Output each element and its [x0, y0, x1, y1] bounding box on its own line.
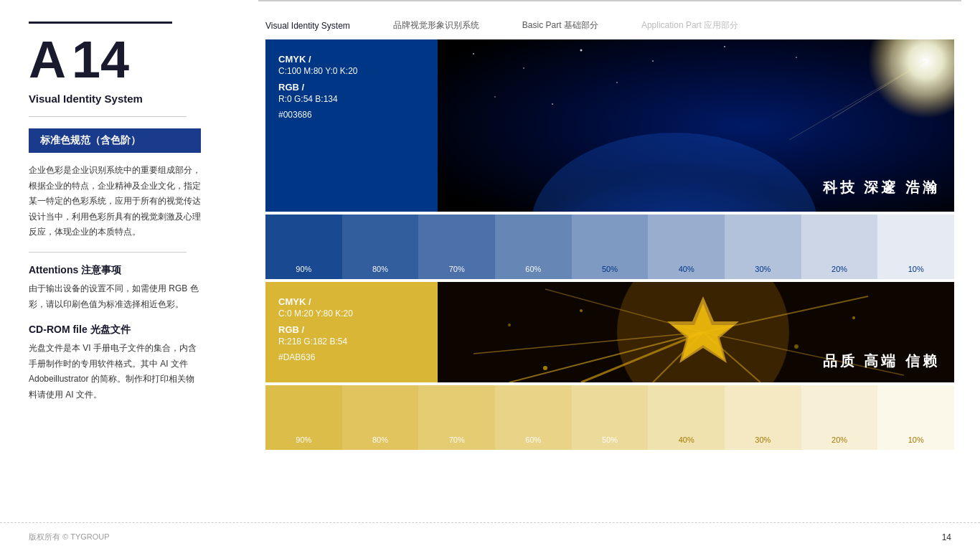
- blue-gradient-cell: 30%: [725, 215, 801, 279]
- gold-gradient-cell: 30%: [725, 385, 801, 450]
- gold-gradient-cell: 60%: [495, 385, 572, 450]
- svg-point-5: [724, 46, 725, 47]
- footer: 版权所有 © TYGROUP 14: [0, 522, 980, 551]
- svg-point-1: [473, 53, 474, 55]
- cdrom-text: 光盘文件是本 VI 手册电子文件的集合，内含手册制作时的专用软件格式。其中 AI…: [29, 341, 201, 402]
- gold-color-section: CMYK / C:0 M:20 Y:80 K:20 RGB / R:218 G:…: [265, 282, 954, 382]
- blue-cmyk-label: CMYK /: [278, 54, 425, 65]
- blue-gradient-cell: 80%: [342, 215, 419, 279]
- footer-page-number: 14: [942, 532, 951, 542]
- main-description: 企业色彩是企业识别系统中的重要组成部分，根据企业的特点，企业精神及企业文化，指定…: [29, 163, 201, 240]
- svg-point-6: [796, 57, 797, 58]
- svg-point-29: [794, 344, 798, 349]
- gold-cmyk-label: CMYK /: [278, 296, 425, 307]
- page-number: 14: [72, 34, 129, 85]
- blue-gradient-cell: 40%: [648, 215, 725, 279]
- svg-point-8: [552, 103, 553, 105]
- svg-point-27: [543, 366, 547, 370]
- nav-item-basic: Basic Part 基础部分: [522, 8, 598, 32]
- blue-rgb-value: R:0 G:54 B:134: [278, 94, 425, 104]
- nav-item-brand: 品牌视觉形象识别系统: [393, 8, 479, 32]
- page-subtitle: Visual Identity System: [29, 93, 201, 105]
- attention-text: 由于输出设备的设置不同，如需使用 RGB 色彩，请以印刷色值为标准选择相近色彩。: [29, 281, 201, 312]
- gold-rgb-value: R:218 G:182 B:54: [278, 336, 425, 347]
- cdrom-title: CD-ROM file 光盘文件: [29, 324, 201, 336]
- top-decorative-line: [29, 22, 172, 24]
- gold-image-panel: 品质 高端 信赖: [438, 282, 954, 382]
- svg-point-3: [580, 50, 583, 52]
- svg-point-7: [494, 96, 496, 98]
- nav-top-line: [258, 0, 961, 1]
- svg-point-28: [580, 309, 583, 312]
- gold-gradient-cell: 10%: [877, 385, 954, 450]
- gold-gradient-cell: 50%: [572, 385, 649, 450]
- section-badge: 标准色规范（含色阶）: [29, 128, 201, 153]
- blue-cmyk-value: C:100 M:80 Y:0 K:20: [278, 66, 425, 76]
- sidebar: A14 Visual Identity System 标准色规范（含色阶） 企业…: [0, 0, 230, 551]
- gold-gradient-cell: 80%: [342, 385, 419, 450]
- color-sections: CMYK / C:100 M:80 Y:0 K:20 RGB / R:0 G:5…: [258, 39, 961, 450]
- blue-gradient-cell: 60%: [495, 215, 572, 279]
- page-letter: A: [29, 34, 66, 85]
- blue-gradient-cell: 10%: [877, 215, 954, 279]
- gold-hex: #DAB636: [278, 352, 425, 362]
- main-content: Visual Identity System 品牌视觉形象识别系统 Basic …: [258, 0, 961, 551]
- attention-title: Attentions 注意事项: [29, 264, 201, 277]
- nav-item-app: Application Part 应用部分: [641, 8, 738, 32]
- blue-tagline: 科技 深邃 浩瀚: [823, 178, 940, 197]
- sidebar-divider-1: [29, 116, 187, 117]
- gold-cmyk-value: C:0 M:20 Y:80 K:20: [278, 309, 425, 319]
- gold-gradient-cell: 90%: [265, 385, 342, 450]
- blue-rgb-label: RGB /: [278, 82, 425, 93]
- gold-gradient-cell: 20%: [801, 385, 878, 450]
- svg-point-9: [616, 82, 618, 83]
- svg-point-30: [852, 316, 855, 319]
- gold-info-panel: CMYK / C:0 M:20 Y:80 K:20 RGB / R:218 G:…: [265, 282, 438, 382]
- gold-rgb-label: RGB /: [278, 324, 425, 335]
- gold-gradient-cell: 70%: [418, 385, 495, 450]
- gold-gradient-bar: 90%80%70%60%50%40%30%20%10%: [265, 385, 954, 450]
- blue-gradient-bar: 90%80%70%60%50%40%30%20%10%: [265, 215, 954, 279]
- sidebar-divider-2: [29, 252, 187, 253]
- blue-color-section: CMYK / C:100 M:80 Y:0 K:20 RGB / R:0 G:5…: [265, 39, 954, 212]
- blue-gradient-cell: 50%: [572, 215, 649, 279]
- top-nav: Visual Identity System 品牌视觉形象识别系统 Basic …: [258, 0, 961, 39]
- svg-point-31: [508, 324, 511, 326]
- footer-copyright: 版权所有 © TYGROUP: [29, 532, 942, 542]
- blue-image-panel: 科技 深邃 浩瀚: [438, 39, 954, 212]
- blue-hex: #003686: [278, 110, 425, 120]
- blue-info-panel: CMYK / C:100 M:80 Y:0 K:20 RGB / R:0 G:5…: [265, 39, 438, 212]
- nav-item-vis: Visual Identity System: [265, 9, 350, 31]
- blue-gradient-cell: 90%: [265, 215, 342, 279]
- blue-gradient-cell: 70%: [418, 215, 495, 279]
- gold-tagline: 品质 高端 信赖: [823, 352, 940, 371]
- svg-point-2: [523, 67, 524, 69]
- svg-point-4: [652, 60, 654, 62]
- blue-gradient-cell: 20%: [801, 215, 878, 279]
- page-title-block: A14: [29, 34, 201, 85]
- gold-gradient-cell: 40%: [648, 385, 725, 450]
